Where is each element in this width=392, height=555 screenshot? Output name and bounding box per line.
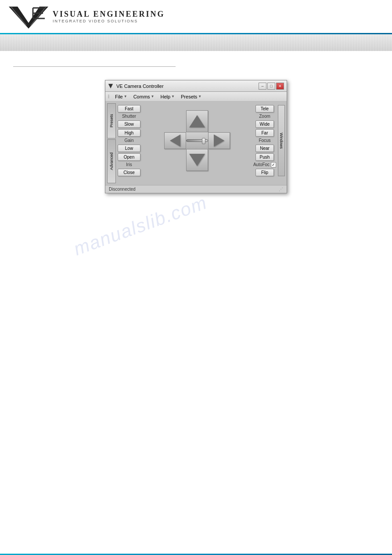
down-arrow-icon [189,154,205,166]
up-arrow-icon [189,115,205,127]
status-bar: Disconnected ⋰ [105,185,287,193]
presets-menu-arrow: ▼ [198,94,201,98]
file-menu-arrow: ▼ [124,94,127,98]
autofoc-checkbox[interactable]: ✓ [271,162,276,167]
iris-open-button[interactable]: Open [118,153,140,161]
right-arrow-icon [214,134,224,147]
dpad-down-button[interactable] [186,149,208,171]
title-bar-left: VE Camera Controller [108,83,164,89]
main-content: VE Camera Controller – □ ✕ File ▼ [0,51,392,215]
flip-button[interactable]: Flip [255,169,274,176]
zoom-wide-button[interactable]: Wide [255,120,274,128]
title-bar-logo-icon [108,83,114,89]
presets-label: Presets [107,103,116,138]
iris-close-button[interactable]: Close [118,169,140,176]
all-controls-row: Fast Shutter Slow High Gain Low Open Iri… [118,103,285,178]
menu-file[interactable]: File ▼ [112,93,130,100]
company-tagline: Integrated Video Solutions [53,19,165,23]
close-button[interactable]: ✕ [276,83,284,90]
menu-bar: File ▼ Comms ▼ Help ▼ Presets ▼ [105,92,287,102]
focus-label: Focus [259,138,270,143]
minimize-button[interactable]: – [259,83,266,90]
menu-grip [107,94,110,99]
focus-far-button[interactable]: Far [255,129,274,137]
maximize-button[interactable]: □ [267,83,275,90]
slider-handle[interactable] [202,138,205,144]
company-name: Visual Engineering [53,10,165,19]
shutter-slow-button[interactable]: Slow [118,120,140,128]
left-controls: Fast Shutter Slow High Gain Low Open Iri… [118,105,140,176]
dpad-middle-row [164,132,230,149]
autofoc-row: AutoFoc ✓ [253,162,276,167]
controls-area: Fast Shutter Slow High Gain Low Open Iri… [118,103,285,183]
dpad-center-speed [186,132,208,149]
dpad-left-button[interactable] [164,132,186,149]
windows-label: Windows [278,105,285,176]
speed-slider[interactable] [186,139,208,142]
zoom-tele-button[interactable]: Tele [255,105,274,112]
title-bar: VE Camera Controller – □ ✕ [105,80,287,92]
title-bar-buttons: – □ ✕ [259,83,284,90]
header: Visual Engineering Integrated Video Solu… [0,0,392,33]
help-menu-arrow: ▼ [171,94,175,98]
menu-comms[interactable]: Comms ▼ [130,93,158,100]
camera-window: VE Camera Controller – □ ✕ File ▼ [105,80,287,193]
gain-low-button[interactable]: Low [118,145,140,152]
zoom-label: Zoom [259,114,270,119]
dpad-right-button[interactable] [208,132,230,149]
menu-help[interactable]: Help ▼ [157,93,178,100]
status-text: Disconnected [109,187,136,192]
title-bar-text: VE Camera Controller [116,83,164,89]
gain-label: Gain [118,138,140,143]
section-divider [13,66,176,67]
main-panel: Presets Advanced Fast Shutter Slow High … [105,102,287,185]
company-text: Visual Engineering Integrated Video Solu… [53,10,165,23]
iris-label: Iris [118,162,140,167]
comms-menu-arrow: ▼ [151,94,155,98]
left-arrow-icon [170,134,180,147]
shutter-fast-button[interactable]: Fast [118,105,140,112]
focus-push-button[interactable]: Push [255,153,274,161]
deco-band [0,34,392,51]
company-logo [9,4,48,29]
logo-area: Visual Engineering Integrated Video Solu… [9,4,165,29]
shutter-label: Shutter [118,114,140,119]
right-controls: Tele Zoom Wide Far Focus Near Push AutoF… [253,105,276,176]
gain-high-button[interactable]: High [118,129,140,137]
autofoc-label: AutoFoc [253,162,270,167]
svg-marker-8 [108,84,113,88]
menu-presets[interactable]: Presets ▼ [178,93,205,100]
dpad-container [142,105,252,176]
focus-near-button[interactable]: Near [255,145,274,152]
resize-grip-icon: ⋰ [279,187,283,192]
camera-window-container: VE Camera Controller – □ ✕ File ▼ [13,80,379,193]
dpad-up-button[interactable] [186,110,208,132]
advanced-label: Advanced [107,139,116,183]
left-labels: Presets Advanced [107,103,116,183]
